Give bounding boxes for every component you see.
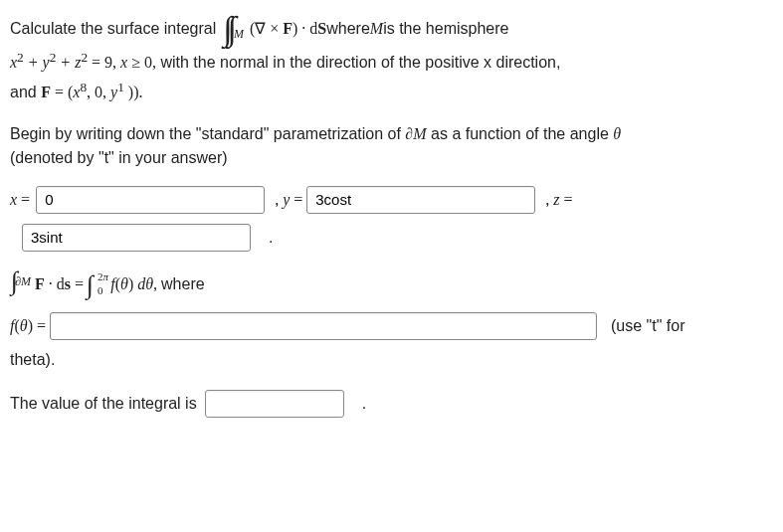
final-row: The value of the integral is .: [10, 388, 773, 420]
label-ftheta: f(θ) =: [10, 314, 46, 338]
normal-direction-text: with the normal in the direction of the …: [156, 54, 560, 71]
label-x: x =: [10, 188, 30, 212]
boundary-dM: ∂M: [405, 125, 426, 142]
def-integral-symbol: ∫: [87, 273, 94, 296]
parametrization-row-2: .: [10, 222, 773, 254]
label-final: The value of the integral is: [10, 392, 197, 416]
parametrization-row-1: x = , y = , z =: [10, 184, 773, 216]
ftheta-row: f(θ) = (use "t" for: [10, 310, 773, 342]
input-z[interactable]: [22, 224, 251, 252]
problem-statement-line2: x2 + y2 + z2 = 9, x ≥ 0, with the normal…: [10, 51, 773, 75]
stokes-equation: ∫ ∂M F · ds = ∫ 0 2π f(θ) dθ, where: [10, 269, 773, 296]
var-theta: θ: [613, 125, 621, 142]
text-and: and: [10, 84, 41, 100]
input-ftheta[interactable]: [50, 312, 597, 340]
integrand: (∇ × F) · dS: [250, 17, 326, 41]
text-tail2: is the hemisphere: [383, 17, 508, 41]
period-1: .: [269, 226, 273, 250]
integral-subscript-M: M: [234, 25, 244, 43]
label-y: , y =: [275, 188, 302, 212]
upper-limit: 2π: [98, 268, 108, 285]
instruction-parametrization: Begin by writing down the "standard" par…: [10, 122, 773, 170]
problem-statement-line3: and F = (x8, 0, y1 )).: [10, 81, 773, 104]
double-integral-symbol: ∫ ∫ M: [222, 14, 244, 45]
period-final: .: [362, 392, 366, 416]
line-integral-sub: ∂M: [15, 272, 31, 290]
hint-use-t: (use "t" for: [611, 314, 685, 338]
sphere-equation: x2 + y2 + z2 = 9, x ≥ 0,: [10, 54, 156, 71]
label-z: , z =: [545, 188, 572, 212]
input-x[interactable]: [36, 186, 265, 214]
text-lead: Calculate the surface integral: [10, 17, 216, 41]
hint-theta-line2: theta).: [10, 348, 773, 372]
var-F: F: [41, 84, 51, 100]
problem-statement-line1: Calculate the surface integral ∫ ∫ M (∇ …: [10, 14, 773, 45]
stokes-rhs: f(θ) dθ,: [110, 272, 157, 296]
stokes-lhs: F · ds =: [31, 272, 84, 296]
input-final[interactable]: [205, 390, 344, 418]
text-where: where: [161, 272, 205, 296]
text-tail1: where: [326, 17, 370, 41]
input-y[interactable]: [306, 186, 535, 214]
var-M: M: [370, 17, 383, 41]
